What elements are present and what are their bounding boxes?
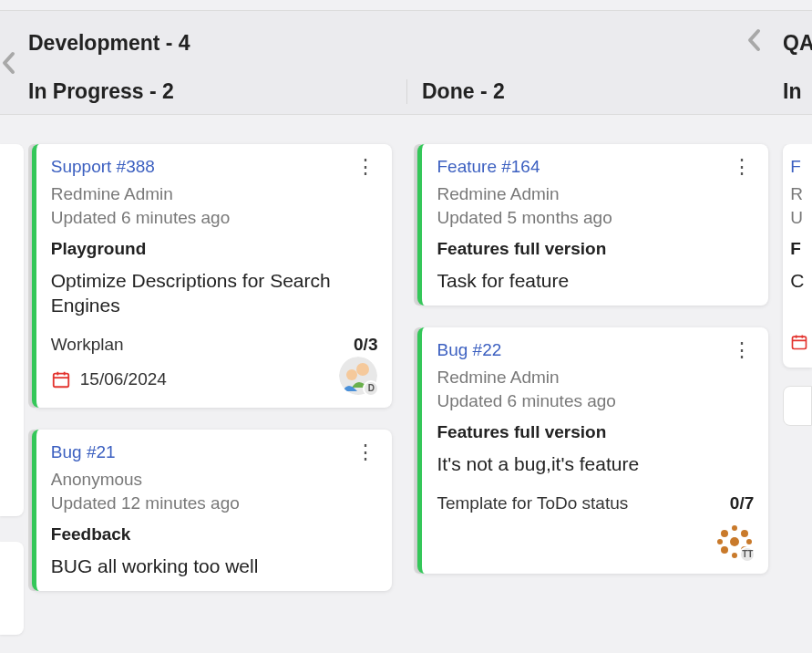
card-author: Redmine Admin (437, 368, 754, 388)
svg-point-11 (721, 546, 728, 554)
svg-point-15 (717, 539, 723, 544)
card-version: Playground (51, 239, 378, 259)
subcolumn-qa-sub: In (783, 79, 801, 104)
issue-link[interactable]: Bug #21 (51, 442, 116, 462)
svg-point-16 (746, 539, 752, 544)
card-author: Anonymous (51, 470, 378, 490)
calendar-icon (51, 369, 71, 389)
card[interactable]: Support #388 ⋮ Redmine Admin Updated 6 m… (28, 144, 393, 408)
card-menu-button[interactable]: ⋮ (354, 442, 377, 462)
card-author: Redmine Admin (437, 184, 754, 204)
svg-point-9 (721, 530, 728, 537)
card-subject: It's not a bug,it's feature (437, 451, 754, 476)
empty-drop-zone[interactable] (783, 386, 812, 426)
due-date-text: 15/06/2024 (80, 369, 167, 389)
svg-point-10 (741, 530, 748, 537)
svg-rect-17 (793, 337, 807, 348)
assignee-avatar[interactable]: TT (715, 523, 754, 561)
card[interactable]: Bug #21 ⋮ Anonymous Updated 12 minutes a… (28, 430, 393, 591)
checklist-count: 0/3 (354, 335, 377, 355)
card-checklist[interactable]: Workplan 0/3 (51, 335, 378, 355)
collapse-column-button[interactable] (746, 28, 763, 58)
issue-tracker: Bug (437, 340, 468, 359)
svg-point-5 (356, 363, 369, 376)
svg-point-8 (730, 537, 739, 546)
card-version: Features full version (437, 422, 754, 442)
checklist-name: Template for ToDo status (437, 493, 628, 513)
svg-point-13 (732, 525, 737, 531)
lane-qa-peek: F R U F C (776, 144, 812, 653)
card[interactable]: Feature #164 ⋮ Redmine Admin Updated 5 m… (414, 144, 768, 306)
card-menu-button[interactable]: ⋮ (354, 157, 377, 177)
issue-link[interactable]: Support #388 (51, 157, 155, 177)
column-development-title: Development - 4 (28, 31, 190, 56)
issue-tracker: Feature (437, 157, 496, 176)
card-author: Redmine Admin (51, 184, 378, 204)
card-subject: BUG all working too well (51, 554, 378, 578)
column-development: Development - 4 In Progress - 2 Done - 2 (17, 11, 776, 114)
card-updated: Updated 12 minutes ago (51, 493, 378, 513)
left-gutter (0, 144, 24, 653)
checklist-count: 0/7 (730, 493, 754, 513)
board-header: Development - 4 In Progress - 2 Done - 2… (0, 10, 812, 115)
avatar-badge: TT (739, 546, 755, 563)
column-qa: QA In (776, 11, 812, 114)
issue-id: #164 (501, 157, 540, 176)
issue-tracker: Bug (51, 442, 82, 461)
subcolumn-done-title: Done - 2 (422, 79, 505, 103)
avatar-badge: D (363, 380, 379, 397)
svg-point-14 (732, 553, 737, 558)
card-version: Feedback (51, 524, 378, 544)
card-updated: Updated 5 months ago (437, 208, 754, 228)
card-version: F (790, 239, 812, 259)
partial-card-left[interactable] (0, 144, 24, 516)
scroll-left-button[interactable] (0, 11, 17, 114)
card-version: Features full version (437, 239, 754, 259)
issue-link[interactable]: F (790, 157, 801, 176)
partial-card-left[interactable] (0, 542, 24, 635)
card-updated: U (790, 208, 812, 228)
subcolumn-inprogress-title: In Progress - 2 (28, 79, 174, 104)
card-menu-button[interactable]: ⋮ (730, 340, 754, 360)
card-subject: Optimize Descriptions for Search Engines (51, 268, 378, 318)
lane-in-progress: Support #388 ⋮ Redmine Admin Updated 6 m… (24, 144, 400, 653)
card-checklist[interactable]: Template for ToDo status 0/7 (437, 493, 754, 513)
card-updated: Updated 6 minutes ago (437, 391, 754, 411)
card-partial-right[interactable]: F R U F C (783, 144, 812, 368)
calendar-icon (790, 333, 808, 351)
issue-id: #388 (117, 157, 155, 176)
issue-id: #21 (87, 442, 116, 461)
svg-point-6 (346, 369, 357, 380)
card-author: R (790, 184, 812, 204)
svg-rect-0 (54, 373, 69, 387)
lane-done: Feature #164 ⋮ Redmine Admin Updated 5 m… (399, 144, 776, 653)
card-subject: C (790, 268, 812, 293)
chevron-left-icon (746, 28, 763, 52)
card-updated: Updated 6 minutes ago (51, 208, 378, 228)
chevron-left-icon (1, 51, 17, 75)
board-body: Support #388 ⋮ Redmine Admin Updated 6 m… (0, 115, 812, 653)
assignee-avatar[interactable]: D (339, 357, 377, 395)
issue-link[interactable]: Bug #22 (437, 340, 501, 360)
checklist-name: Workplan (51, 335, 124, 355)
issue-tracker: Support (51, 157, 112, 176)
card[interactable]: Bug #22 ⋮ Redmine Admin Updated 6 minute… (414, 327, 768, 573)
issue-link[interactable]: Feature #164 (437, 157, 540, 177)
card-menu-button[interactable]: ⋮ (730, 157, 754, 177)
card-subject: Task for feature (437, 268, 754, 293)
issue-id: #22 (473, 340, 502, 359)
column-qa-title: QA (783, 31, 812, 56)
